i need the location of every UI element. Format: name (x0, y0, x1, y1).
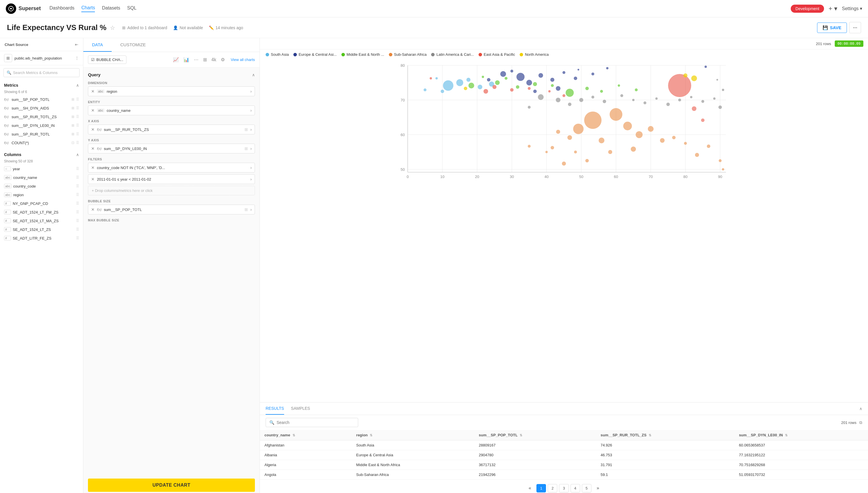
filter1-expand-icon[interactable]: › (250, 165, 252, 170)
bubble-size-field[interactable]: ✕ f(x) sum__SP_POP_TOTL ⊞ › (88, 205, 255, 214)
xaxis-field[interactable]: ✕ f(x) sum__SP_RUR_TOTL_ZS ⊞ › (88, 125, 255, 134)
nav-charts[interactable]: Charts (81, 5, 95, 12)
bar-chart-icon[interactable]: 📊 (182, 56, 190, 64)
metric-name[interactable]: sum__SP_RUR_TOTL (12, 132, 70, 136)
search-metrics-input[interactable]: 🔍 Search Metrics & Columns (3, 68, 80, 77)
col-drag-handle[interactable]: ⠿ (76, 227, 79, 232)
settings-button[interactable]: Settings ▾ (842, 6, 862, 11)
results-search-wrap[interactable]: 🔍 (266, 418, 358, 427)
chart-type-selector[interactable]: ☑ BUBBLE CHA... (88, 56, 126, 64)
column-name[interactable]: SE_ADT_1524_LT_MA_ZS (13, 219, 74, 223)
metric-name[interactable]: sum__SP_RUR_TOTL_ZS (12, 115, 70, 119)
update-chart-button[interactable]: UPDATE CHART (88, 478, 255, 492)
filter2-expand-icon[interactable]: › (250, 177, 252, 181)
nav-dashboards[interactable]: Dashboards (49, 5, 74, 12)
pagination-page-3[interactable]: 3 (559, 484, 568, 492)
entity-clear-icon[interactable]: ✕ (91, 108, 95, 113)
filter2-clear-icon[interactable]: ✕ (91, 177, 95, 181)
metric-drag-handle[interactable]: ⠿ (76, 132, 79, 136)
filter-item-2[interactable]: ✕ 2011-01-01 ≤ year < 2011-01-02 › (88, 174, 255, 184)
pagination-page-2[interactable]: 2 (548, 484, 557, 492)
pagination-next[interactable]: » (593, 484, 603, 492)
sidebar-collapse-icon[interactable]: ⇤ (75, 42, 78, 47)
datasource-name[interactable]: public.wb_health_population (15, 56, 73, 60)
entity-field[interactable]: ✕ abc country_name › (88, 106, 255, 115)
cell-region: Sub-Saharan Africa (351, 470, 474, 480)
col-drag-handle[interactable]: ⠿ (76, 192, 79, 197)
pagination-page-1[interactable]: 1 (537, 484, 546, 492)
tab-results[interactable]: RESULTS (266, 403, 284, 415)
dimension-field[interactable]: ✕ abc region › (88, 86, 255, 96)
metric-drag-handle[interactable]: ⠿ (76, 97, 79, 102)
col-drag-handle[interactable]: ⠿ (76, 184, 79, 188)
results-search-input[interactable] (277, 420, 355, 425)
filter1-clear-icon[interactable]: ✕ (91, 165, 95, 170)
metric-name[interactable]: sum__SP_POP_TOTL (12, 98, 70, 102)
col-drag-handle[interactable]: ⠿ (76, 236, 79, 240)
nav-sql[interactable]: SQL (127, 5, 137, 12)
column-name[interactable]: country_code (13, 184, 74, 188)
xaxis-clear-icon[interactable]: ✕ (91, 127, 95, 132)
save-button[interactable]: 💾 SAVE (817, 23, 847, 33)
tab-samples[interactable]: SAMPLES (291, 403, 310, 415)
columns-collapse-icon[interactable]: ∧ (76, 152, 79, 157)
filter-drop-zone[interactable]: + Drop columns/metrics here or click (88, 186, 255, 195)
column-name[interactable]: country_name (13, 175, 74, 180)
column-name[interactable]: SE_ADT_1524_LT_ZS (13, 228, 74, 232)
col-dyn-le[interactable]: sum__SP_DYN_LE00_IN ⇅ (734, 430, 868, 441)
metric-drag-handle[interactable]: ⠿ (76, 114, 79, 119)
nav-datasets[interactable]: Datasets (102, 5, 120, 12)
metrics-collapse-icon[interactable]: ∧ (76, 83, 79, 88)
copy-results-icon[interactable]: ⧉ (859, 420, 862, 425)
col-drag-handle[interactable]: ⠿ (76, 210, 79, 214)
column-name[interactable]: year (13, 167, 74, 171)
column-name[interactable]: NY_GNP_PCAP_CD (13, 201, 74, 206)
metric-name[interactable]: sum__SH_DYN_AIDS (12, 106, 70, 110)
metric-name[interactable]: sum__SP_DYN_LE00_IN (12, 123, 70, 128)
col-drag-handle[interactable]: ⠿ (76, 218, 79, 223)
col-drag-handle[interactable]: ⠿ (76, 175, 79, 180)
filter-item-1[interactable]: ✕ country_code NOT IN ('TCA', 'MNP', 'D.… (88, 163, 255, 173)
tab-data[interactable]: DATA (83, 38, 112, 52)
yaxis-expand-icon[interactable]: › (250, 146, 252, 151)
table-icon[interactable]: ⊞ (202, 56, 208, 64)
column-name[interactable]: SE_ADT_LITR_FE_ZS (13, 236, 74, 240)
xaxis-expand-icon[interactable]: › (250, 127, 252, 132)
results-collapse-icon[interactable]: ∧ (859, 406, 862, 411)
entity-expand-icon[interactable]: › (250, 108, 252, 113)
col-region[interactable]: region ⇅ (351, 430, 474, 441)
xaxis-value: sum__SP_RUR_TOTL_ZS (104, 127, 242, 132)
plus-button[interactable]: + ▾ (829, 5, 837, 13)
yaxis-clear-icon[interactable]: ✕ (91, 146, 95, 151)
column-name[interactable]: region (13, 193, 74, 197)
pagination-page-4[interactable]: 4 (570, 484, 580, 492)
query-collapse-icon[interactable]: ∧ (252, 72, 255, 77)
col-drag-handle[interactable]: ⠿ (76, 167, 79, 171)
col-drag-handle[interactable]: ⠿ (76, 201, 79, 206)
dimension-clear-icon[interactable]: ✕ (91, 89, 95, 94)
scatter-chart-icon[interactable]: ⋯ (193, 56, 200, 64)
col-pop-totl[interactable]: sum__SP_POP_TOTL ⇅ (474, 430, 596, 441)
column-name[interactable]: SE_ADT_1524_LT_FM_ZS (13, 210, 74, 214)
more-options-button[interactable]: ··· (849, 22, 861, 33)
yaxis-field[interactable]: ✕ f(x) sum__SP_DYN_LE00_IN ⊞ › (88, 144, 255, 153)
settings-icon[interactable]: ⚙ (220, 56, 226, 64)
col-rur-totl[interactable]: sum__SP_RUR_TOTL_ZS ⇅ (596, 430, 734, 441)
metric-drag-handle[interactable]: ⠿ (76, 123, 79, 128)
metric-name[interactable]: COUNT(*) (12, 141, 70, 145)
line-chart-icon[interactable]: 📈 (172, 56, 180, 64)
favorite-icon[interactable]: ☆ (110, 24, 115, 31)
col-country-name[interactable]: country_name ⇅ (260, 430, 351, 441)
4k-icon[interactable]: 4k (210, 56, 218, 64)
metric-drag-handle[interactable]: ⠿ (76, 106, 79, 110)
metric-drag-handle[interactable]: ⠿ (76, 141, 79, 145)
bubble-size-expand-icon[interactable]: › (250, 207, 252, 212)
pagination-prev[interactable]: « (525, 484, 535, 492)
bubble-size-clear-icon[interactable]: ✕ (91, 207, 95, 212)
pagination-page-5[interactable]: 5 (582, 484, 591, 492)
datasource-options-icon[interactable]: ⋮ (75, 56, 79, 60)
tab-customize[interactable]: CUSTOMIZE (112, 38, 155, 52)
dimension-expand-icon[interactable]: › (250, 89, 252, 94)
logo[interactable]: Superset (6, 3, 41, 14)
view-all-charts-link[interactable]: View all charts (230, 58, 255, 62)
